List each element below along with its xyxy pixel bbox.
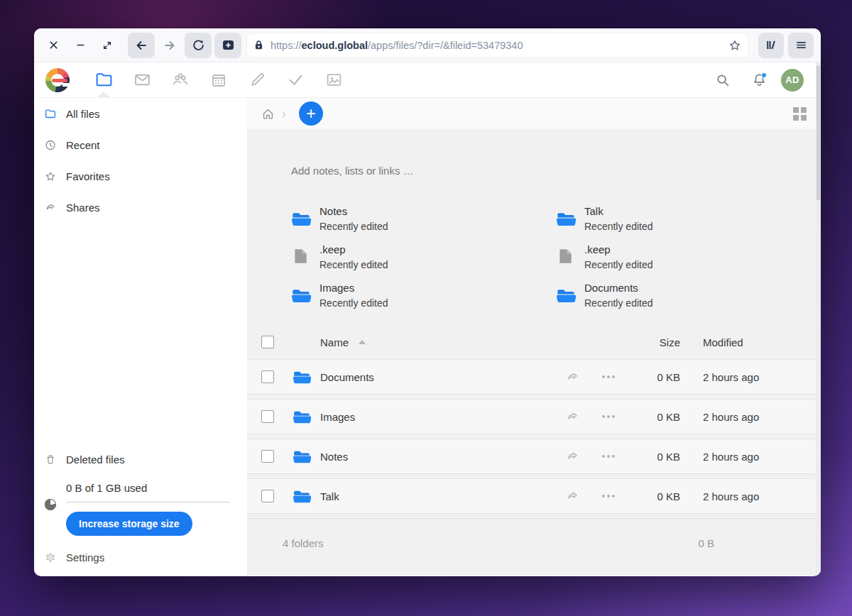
new-file-add-button[interactable]: + xyxy=(299,101,323,126)
quota-text: 0 B of 1 GB used xyxy=(66,482,239,494)
folder-icon xyxy=(293,447,311,466)
url-bar[interactable]: https://ecloud.global/apps/files/?dir=/&… xyxy=(247,33,748,57)
recent-item[interactable]: Talk Recently edited xyxy=(556,204,821,233)
select-all-checkbox[interactable] xyxy=(261,336,274,348)
avatar[interactable]: AD xyxy=(781,69,804,92)
column-header-modified[interactable]: Modified xyxy=(703,336,788,348)
recent-name: Notes xyxy=(320,204,388,220)
row-checkbox[interactable] xyxy=(261,370,274,383)
sidebar-item-label: Recent xyxy=(66,139,100,151)
reload-button[interactable] xyxy=(185,33,212,58)
sidebar-item-label: All files xyxy=(66,108,100,120)
search-icon[interactable] xyxy=(709,66,737,94)
column-header-name[interactable]: Name xyxy=(320,336,366,348)
file-name: Notes xyxy=(320,451,348,463)
folder-icon xyxy=(293,368,311,386)
file-icon xyxy=(556,247,576,267)
clock-icon xyxy=(45,139,56,150)
share-icon[interactable] xyxy=(566,410,579,424)
workspace-input[interactable]: Add notes, lists or links … xyxy=(291,165,821,177)
increase-storage-button[interactable]: Increase storage size xyxy=(66,512,192,536)
back-button[interactable] xyxy=(128,33,155,58)
row-checkbox[interactable] xyxy=(261,410,274,423)
sidebar-item-all-files[interactable]: All files xyxy=(34,98,247,129)
browser-toolbar: https://ecloud.global/apps/files/?dir=/&… xyxy=(34,28,821,62)
folder-icon xyxy=(293,487,311,505)
more-actions-icon[interactable] xyxy=(602,375,615,378)
quota-progress-bar xyxy=(66,501,230,503)
maximize-icon[interactable] xyxy=(95,33,119,57)
recent-item[interactable]: Images Recently edited xyxy=(291,281,556,309)
file-size: 0 KB xyxy=(635,490,680,502)
recent-item[interactable]: Documents Recently edited xyxy=(556,281,821,309)
recent-item[interactable]: Notes Recently edited xyxy=(291,204,556,233)
table-row[interactable]: Images 0 KB 2 hours ago xyxy=(247,399,821,434)
app-mail-envelope-icon[interactable] xyxy=(123,62,161,98)
file-name: Images xyxy=(320,411,355,423)
file-size: 0 KB xyxy=(635,371,680,383)
folder-icon xyxy=(291,285,311,305)
sidebar-item-favorites[interactable]: Favorites xyxy=(34,160,247,192)
row-checkbox[interactable] xyxy=(261,450,274,463)
folder-icon xyxy=(293,407,311,426)
sidebar-item-recent[interactable]: Recent xyxy=(34,129,247,160)
bookmark-star-icon[interactable] xyxy=(728,39,741,52)
app-tasks-check-icon[interactable] xyxy=(276,62,315,98)
notification-badge xyxy=(761,72,767,78)
sidebar-item-deleted-files[interactable]: Deleted files xyxy=(34,444,247,475)
column-header-size[interactable]: Size xyxy=(635,336,680,348)
recent-status: Recently edited xyxy=(584,296,653,310)
table-row[interactable]: Notes 0 KB 2 hours ago xyxy=(247,439,821,474)
folder-icon xyxy=(291,209,311,229)
table-row[interactable]: Documents 0 KB 2 hours ago xyxy=(247,359,821,395)
grid-view-icon[interactable] xyxy=(793,107,807,121)
sidebar-item-settings[interactable]: Settings xyxy=(34,541,247,573)
sidebar-item-shares[interactable]: Shares xyxy=(34,192,247,223)
files-main-content: › + Add notes, lists or links … Notes Re… xyxy=(247,98,821,576)
home-icon[interactable] xyxy=(257,107,279,121)
file-modified: 2 hours ago xyxy=(703,411,788,423)
app-contacts-people-icon[interactable] xyxy=(161,62,200,98)
close-icon[interactable] xyxy=(41,33,65,57)
rich-workspace: Add notes, lists or links … xyxy=(247,129,821,199)
recent-status: Recently edited xyxy=(320,258,388,272)
share-icon[interactable] xyxy=(566,490,579,503)
star-icon xyxy=(45,170,56,182)
file-size: 0 KB xyxy=(635,411,680,423)
sidebar-item-label: Deleted files xyxy=(66,453,125,466)
ecloud-logo[interactable] xyxy=(45,68,70,92)
more-actions-icon[interactable] xyxy=(602,495,615,497)
scrollbar-thumb[interactable] xyxy=(816,65,820,200)
notifications-bell-icon[interactable] xyxy=(745,66,773,94)
row-checkbox[interactable] xyxy=(261,490,274,502)
table-row[interactable]: Talk 0 KB 2 hours ago xyxy=(247,478,821,514)
recent-status: Recently edited xyxy=(320,219,388,233)
app-files-folder-icon[interactable] xyxy=(84,62,123,98)
folder-count: 4 folders xyxy=(283,537,324,549)
recent-item[interactable]: .keep Recently edited xyxy=(291,243,556,271)
share-icon[interactable] xyxy=(566,370,579,384)
minimize-icon[interactable] xyxy=(68,33,92,57)
new-window-button[interactable] xyxy=(214,33,241,58)
recent-name: .keep xyxy=(584,242,653,258)
table-summary: 4 folders 0 B xyxy=(247,518,821,568)
file-size: 0 KB xyxy=(635,451,680,463)
recent-name: Talk xyxy=(584,204,653,220)
hamburger-menu-icon[interactable] xyxy=(788,33,814,58)
quota-section: 0 B of 1 GB used Increase storage size xyxy=(34,475,247,541)
more-actions-icon[interactable] xyxy=(602,415,615,418)
app-photos-image-icon[interactable] xyxy=(315,62,353,98)
sidebar-bottom: Deleted files 0 B of 1 GB used Increase … xyxy=(34,444,247,573)
app-calendar-icon[interactable] xyxy=(200,62,238,98)
share-icon[interactable] xyxy=(566,450,579,463)
recent-item[interactable]: .keep Recently edited xyxy=(556,243,821,271)
library-icon[interactable] xyxy=(758,33,784,58)
browser-window: https://ecloud.global/apps/files/?dir=/&… xyxy=(34,28,821,576)
sidebar-item-label: Favorites xyxy=(66,170,110,182)
app-header: AD xyxy=(34,62,821,98)
app-notes-pencil-icon[interactable] xyxy=(238,62,276,98)
active-app-caret xyxy=(97,92,111,98)
forward-button[interactable] xyxy=(158,33,182,57)
more-actions-icon[interactable] xyxy=(602,455,615,458)
scrollbar-track[interactable] xyxy=(816,62,821,576)
